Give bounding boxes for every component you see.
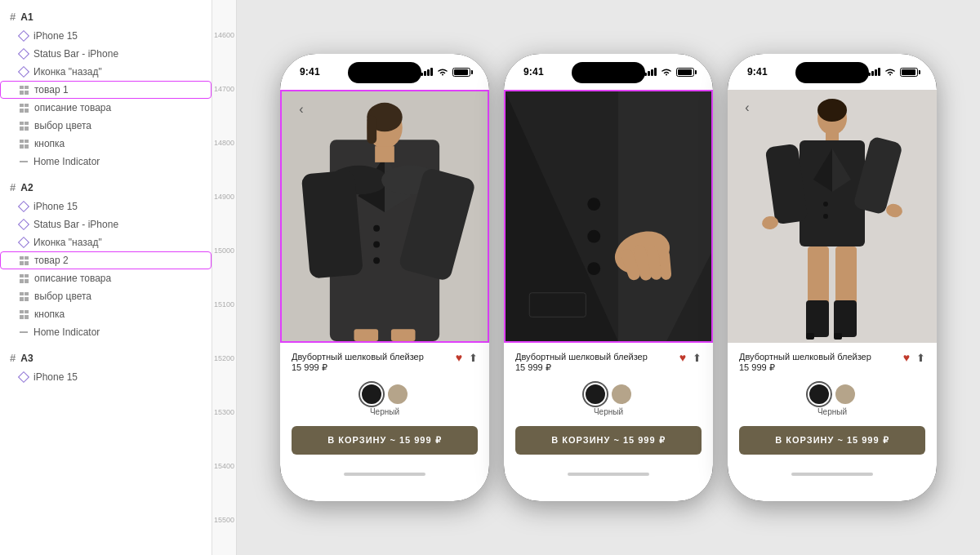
share-icon-2[interactable]: ⬆ [693, 352, 702, 364]
section-label-A1: A1 [20, 11, 33, 23]
sidebar-item-description-A2[interactable]: описание товара [0, 269, 212, 287]
sidebar-item-back-icon-A1[interactable]: Иконка "назад" [0, 63, 212, 81]
add-to-cart-button-3[interactable]: В КОРЗИНУ ~ 15 999 ₽ [739, 426, 925, 455]
status-icons-2 [644, 68, 697, 77]
hash-icon-A2: # [10, 181, 16, 193]
sidebar-item-button-A2[interactable]: кнопка [0, 305, 212, 323]
product-image-3: ‹ [728, 90, 937, 343]
product-title-2: Двубортный шелковый блейзер [515, 351, 648, 362]
ruler-label: 14700 [214, 85, 234, 93]
diamond-icon [18, 371, 29, 383]
sidebar-item-home-A1[interactable]: Home Indicator [0, 153, 212, 171]
share-icon-3[interactable]: ⬆ [916, 352, 925, 364]
hash-icon-A3: # [10, 352, 16, 364]
dash-icon [20, 331, 28, 333]
color-swatches-1 [362, 384, 408, 404]
sidebar-label: Иконка "назад" [33, 237, 102, 248]
heart-icon-1[interactable]: ♥ [456, 351, 462, 364]
svg-rect-16 [391, 329, 416, 341]
grid-icon [20, 104, 29, 113]
dynamic-island-3 [795, 62, 869, 83]
svg-point-22 [587, 230, 600, 243]
color-swatch-tan-2[interactable] [612, 384, 631, 404]
sidebar-label: Home Indicator [33, 156, 100, 167]
sidebar-item-color-A1[interactable]: выбор цвета [0, 117, 212, 135]
svg-rect-47 [806, 333, 814, 340]
wifi-icon-1 [437, 68, 448, 77]
color-swatch-black-2[interactable] [586, 384, 605, 404]
home-indicator-bar-1 [344, 473, 425, 476]
color-label-3: Черный [817, 407, 847, 416]
dynamic-island-1 [348, 62, 421, 83]
wifi-icon-2 [661, 68, 672, 77]
color-swatch-black-3[interactable] [809, 384, 829, 404]
heart-icon-2[interactable]: ♥ [679, 351, 686, 364]
sidebar-label: Home Indicator [33, 326, 100, 338]
phone-mockup-2: 9:41 [504, 54, 713, 501]
sidebar-item-home-A2[interactable]: Home Indicator [0, 323, 212, 341]
vertical-ruler: 14600 14700 14800 14900 15000 15100 1520… [212, 0, 237, 555]
add-to-cart-button-2[interactable]: В КОРЗИНУ ~ 15 999 ₽ [515, 426, 702, 455]
diamond-icon [18, 30, 29, 42]
back-button-3[interactable]: ‹ [737, 98, 757, 118]
svg-point-5 [373, 242, 380, 248]
add-to-cart-button-1[interactable]: В КОРЗИНУ ~ 15 999 ₽ [292, 426, 478, 455]
color-swatch-tan-3[interactable] [835, 384, 855, 404]
heart-icon-3[interactable]: ♥ [903, 351, 910, 364]
sidebar-item-statusbar-A1[interactable]: Status Bar - iPhone [0, 45, 212, 63]
color-swatch-tan-1[interactable] [388, 384, 408, 404]
battery-icon-2 [676, 68, 697, 77]
sidebar-label: iPhone 15 [33, 30, 78, 42]
phone-mockup-3: 9:41 [728, 54, 937, 501]
svg-point-4 [373, 225, 380, 232]
sidebar-item-statusbar-A2[interactable]: Status Bar - iPhone [0, 215, 212, 233]
svg-point-37 [823, 202, 828, 206]
svg-rect-48 [834, 333, 842, 340]
hash-icon-A1: # [10, 11, 16, 23]
svg-point-32 [817, 99, 847, 122]
sidebar-label: описание товара [34, 273, 111, 284]
back-button-1[interactable]: ‹ [292, 100, 311, 119]
grid-icon [20, 86, 29, 95]
home-indicator-bar-3 [791, 473, 873, 476]
sidebar-item-back-icon-A2[interactable]: Иконка "назад" [0, 233, 212, 251]
grid-icon [20, 292, 29, 301]
share-icon-1[interactable]: ⬆ [469, 352, 478, 364]
phone-mockup-1: 9:41 [280, 54, 489, 501]
sidebar-item-tovar1[interactable]: товар 1 [0, 81, 212, 99]
svg-point-6 [373, 257, 380, 264]
status-time-3: 9:41 [747, 66, 768, 78]
product-price-1: 15 999 ₽ [292, 362, 424, 373]
fashion-photo-2 [506, 91, 711, 341]
sidebar-item-button-A1[interactable]: кнопка [0, 135, 212, 153]
sidebar: # A1 iPhone 15 Status Bar - iPhone Иконк… [0, 0, 212, 555]
sidebar-item-iphone15-A2[interactable]: iPhone 15 [0, 198, 212, 215]
wifi-icon-3 [884, 68, 896, 77]
sidebar-item-iphone15-A1[interactable]: iPhone 15 [0, 27, 212, 45]
product-actions-1: ♥ ⬆ [456, 351, 478, 364]
canvas-area: 9:41 [237, 0, 980, 555]
sidebar-item-tovar2[interactable]: товар 2 [0, 251, 212, 269]
ruler-label: 14800 [214, 139, 234, 147]
color-section-1: Черный [280, 380, 489, 421]
svg-point-21 [587, 198, 600, 211]
battery-icon-3 [900, 68, 920, 77]
sidebar-label: Status Bar - iPhone [33, 48, 118, 60]
sidebar-section-A2: # A2 [0, 177, 212, 198]
sidebar-item-color-A2[interactable]: выбор цвета [0, 287, 212, 305]
color-swatch-black-1[interactable] [362, 384, 381, 404]
battery-icon-1 [452, 68, 473, 77]
ruler-label: 14900 [214, 193, 234, 201]
sidebar-item-description-A1[interactable]: описание товара [0, 99, 212, 117]
signal-icon-2 [644, 68, 657, 76]
home-indicator-bar-2 [568, 473, 649, 476]
sidebar-label: iPhone 15 [33, 371, 78, 383]
svg-rect-45 [806, 300, 829, 337]
diamond-icon [18, 48, 29, 60]
product-info-3: Двубортный шелковый блейзер 15 999 ₽ ♥ ⬆ [728, 343, 937, 380]
sidebar-section-A1: # A1 [0, 7, 212, 27]
grid-icon [20, 310, 29, 319]
sidebar-item-iphone15-A3[interactable]: iPhone 15 [0, 368, 212, 386]
svg-rect-43 [808, 246, 829, 304]
product-actions-2: ♥ ⬆ [679, 351, 702, 364]
